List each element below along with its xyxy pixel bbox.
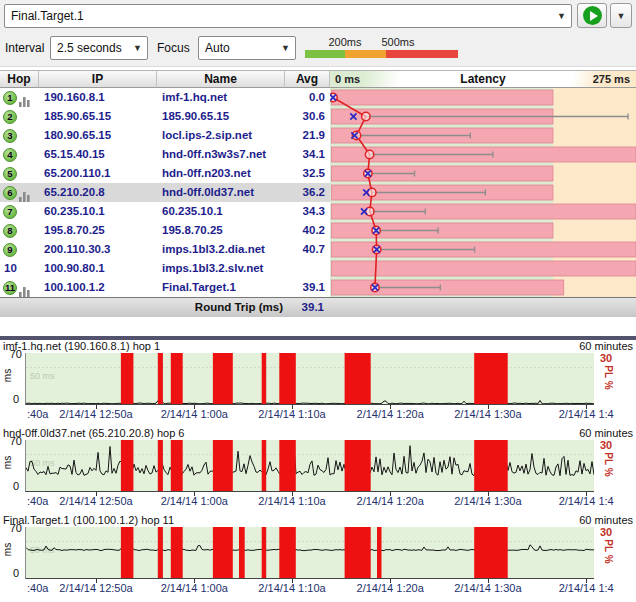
y-axis-min: 0 [13, 393, 19, 405]
hop-name: Final.Target.1 [162, 281, 236, 293]
timeline-plot[interactable]: 50 ms [25, 353, 594, 405]
x-axis-label: 2/14/14 1:10a [258, 495, 325, 507]
hop-number-badge: 8 [3, 224, 17, 238]
hop-name: hnd-0ff.0ld37.net [162, 186, 254, 198]
hop-name: imf-1.hq.net [162, 91, 227, 103]
hop-name: hnd-0ff.n3w3s7.net [162, 148, 266, 160]
column-header-ip[interactable]: IP [39, 70, 157, 88]
hop-row-9[interactable]: 9200.110.30.3imps.1bl3.2.dia.net40.7 [0, 240, 330, 259]
x-axis-label: 2/14/14 12:50a [59, 582, 132, 594]
hop-number-badge: 9 [3, 243, 17, 257]
y-axis-unit: ms [2, 543, 13, 556]
hop-avg: 30.6 [285, 110, 325, 122]
focus-select[interactable]: Auto ▼ [198, 36, 296, 60]
hop-row-4[interactable]: 465.15.40.15hnd-0ff.n3w3s7.net34.1 [0, 145, 330, 164]
y-axis-unit: ms [2, 369, 13, 382]
hop-name: imps.1bl3.2.dia.net [162, 243, 265, 255]
timeline-x-axis: :40a2/14/14 12:50a2/14/14 1:00a2/14/14 1… [0, 492, 632, 510]
hop-number-badge: 6 [3, 186, 17, 200]
interval-select-value: 2.5 seconds [57, 41, 122, 55]
y-axis-min: 0 [13, 480, 19, 492]
pl-axis-label: PL % [603, 539, 614, 563]
hop-ip: 65.200.110.1 [44, 167, 111, 179]
legend-orange-segment [345, 50, 386, 58]
svg-text:50 ms: 50 ms [30, 371, 55, 381]
hop-number-badge: 11 [3, 281, 17, 295]
hop-row-10[interactable]: 10100.90.80.1imps.1bl3.2.slv.net [0, 259, 330, 278]
hop-number-badge: 4 [3, 148, 17, 162]
start-trace-button[interactable] [577, 3, 607, 28]
hop-number: 10 [4, 262, 17, 274]
x-axis-label: 2/14/14 1:10a [258, 582, 325, 594]
trace-options-dropdown-button[interactable]: ▼ [610, 3, 632, 28]
timeline-duration: 60 minutes [579, 514, 633, 526]
hop-row-5[interactable]: 565.200.110.1hdn-0ff.n203.net32.5 [0, 164, 330, 183]
hop-number-badge: 7 [3, 205, 17, 219]
hop-avg: 40.7 [285, 243, 325, 255]
hop-avg: 34.3 [285, 205, 325, 217]
hop-ip: 100.100.1.2 [44, 281, 105, 293]
chevron-down-icon[interactable]: ▼ [133, 43, 142, 53]
column-header-name[interactable]: Name [157, 70, 285, 88]
legend-green-segment [305, 50, 345, 58]
round-trip-value: 39.1 [302, 301, 324, 313]
x-axis-label: 2/14/14 1:30a [454, 495, 521, 507]
hop-row-11[interactable]: 11100.100.1.2Final.Target.139.1 [0, 278, 330, 297]
hop-avg: 0.0 [285, 91, 325, 103]
hop-name: 185.90.65.15 [162, 110, 229, 122]
hop-ip: 180.90.65.15 [44, 129, 111, 141]
x-axis-label: 2/14/14 1:00a [161, 582, 228, 594]
hop-number-badge: 5 [3, 167, 17, 181]
x-axis-label: 2/14/14 1:4 [559, 582, 614, 594]
hop-latency-graph[interactable] [330, 88, 636, 297]
y-axis-min: 0 [13, 567, 19, 579]
hop-row-6[interactable]: 665.210.20.8hnd-0ff.0ld37.net36.2 [0, 183, 330, 202]
hop-avg: 36.2 [285, 186, 325, 198]
timeline-plot[interactable]: 50 ms [25, 440, 594, 492]
timeline-x-axis: :40a2/14/14 12:50a2/14/14 1:00a2/14/14 1… [0, 405, 632, 423]
chevron-down-icon[interactable]: ▼ [557, 11, 566, 21]
latency-graph-header: 0 ms Latency 275 ms [330, 70, 636, 88]
interval-select[interactable]: 2.5 seconds ▼ [50, 36, 148, 60]
column-header-hop[interactable]: Hop [0, 70, 39, 88]
x-axis-label: 2/14/14 1:10a [258, 408, 325, 420]
latency-title: Latency [330, 72, 636, 86]
chevron-down-icon: ▼ [617, 11, 626, 21]
hop-ip: 185.90.65.15 [44, 110, 111, 122]
x-axis-label: :40a [27, 582, 48, 594]
toolbar: Final.Target.1 ▼ ▼ Interval 2.5 seconds … [0, 0, 636, 67]
hop-row-7[interactable]: 760.235.10.160.235.10.134.3 [0, 202, 330, 221]
hop-name: imps.1bl3.2.slv.net [162, 262, 263, 274]
hop-avg: 32.5 [285, 167, 325, 179]
x-axis-label: 2/14/14 1:00a [161, 408, 228, 420]
x-axis-label: 2/14/14 1:4 [559, 408, 614, 420]
x-axis-label: 2/14/14 1:20a [357, 408, 424, 420]
hop-ip: 195.8.70.25 [44, 224, 105, 236]
hop-name: locl.ips-2.sip.net [162, 129, 252, 141]
x-axis-label: 2/14/14 1:20a [357, 495, 424, 507]
hop-ip: 200.110.30.3 [44, 243, 111, 255]
hop-number-badge: 1 [3, 91, 17, 105]
pl-axis-max: 30 [600, 352, 612, 364]
timeline-title: Final.Target.1 (100.100.1.2) hop 11 [3, 514, 174, 526]
x-axis-label: :40a [27, 495, 48, 507]
timeline-duration: 60 minutes [579, 340, 633, 352]
play-icon [583, 6, 602, 25]
column-header-avg[interactable]: Avg [285, 70, 330, 88]
hop-row-2[interactable]: 2185.90.65.15185.90.65.1530.6 [0, 107, 330, 126]
x-axis-label: :40a [27, 408, 48, 420]
target-select[interactable]: Final.Target.1 ▼ [4, 4, 572, 28]
hop-row-8[interactable]: 8195.8.70.25195.8.70.2540.2 [0, 221, 330, 240]
x-axis-label: 2/14/14 12:50a [59, 495, 132, 507]
hop-row-3[interactable]: 3180.90.65.15locl.ips-2.sip.net21.9 [0, 126, 330, 145]
chevron-down-icon[interactable]: ▼ [281, 43, 290, 53]
pl-axis-max: 30 [600, 526, 612, 538]
hop-avg: 21.9 [285, 129, 325, 141]
round-trip-label: Round Trip (ms) [195, 301, 283, 313]
hop-row-1[interactable]: 1190.160.8.1imf-1.hq.net0.0 [0, 88, 330, 107]
hop-number-badge: 2 [3, 110, 17, 124]
target-select-value: Final.Target.1 [11, 9, 84, 23]
legend-200ms-label: 200ms [328, 36, 361, 48]
svg-text:50 ms: 50 ms [30, 458, 55, 468]
timeline-plot[interactable]: 50 ms [25, 527, 594, 579]
